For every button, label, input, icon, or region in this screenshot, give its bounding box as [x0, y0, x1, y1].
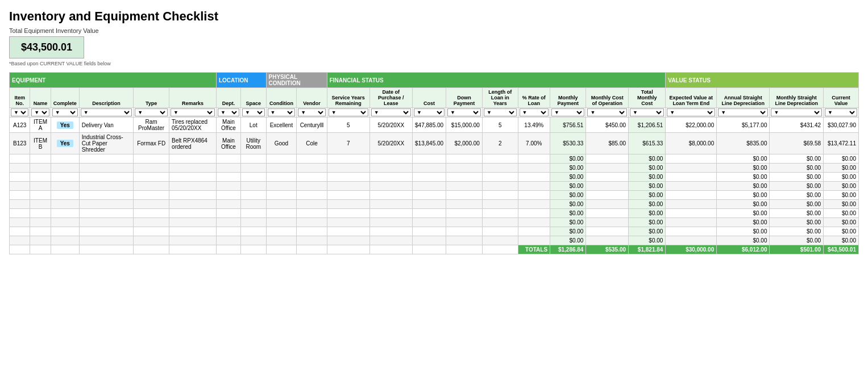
col-monthly-payment: Monthly Payment: [550, 88, 586, 108]
filter-total-monthly[interactable]: ▼: [630, 108, 664, 116]
col-expected-value: Expected Value at Loan Term End: [666, 88, 717, 108]
col-rate-loan: % Rate of Loan: [518, 88, 550, 108]
filter-remarks[interactable]: ▼: [171, 108, 215, 116]
filter-annual-straight[interactable]: ▼: [718, 108, 768, 116]
col-loan-length: Length of Loan in Years: [482, 88, 518, 108]
section-financial: FINANCIAL STATUS: [327, 73, 666, 88]
section-physical: PHYSICAL CONDITION: [266, 73, 327, 88]
filter-monthly-cost-op[interactable]: ▼: [587, 108, 627, 116]
col-item-no: Item No.: [10, 88, 30, 108]
filter-monthly-straight[interactable]: ▼: [771, 108, 822, 116]
filter-expected-value[interactable]: ▼: [667, 108, 715, 116]
col-monthly-straight: Monthly Straight Line Depreciation: [770, 88, 824, 108]
col-condition: Condition: [266, 88, 297, 108]
col-annual-straight: Annual Straight Line Depreciation: [717, 88, 770, 108]
section-value: VALUE STATUS: [666, 73, 859, 88]
col-date-purchase: Date of Purchase / Lease: [369, 88, 412, 108]
col-type: Type: [134, 88, 169, 108]
note: *Based upon CURRENT VALUE fields below: [9, 61, 859, 66]
table-row: $0.00$0.00$0.00$0.00$0.00: [10, 164, 859, 173]
filter-current-value[interactable]: ▼: [825, 108, 857, 116]
col-down-payment: Down Payment: [446, 88, 483, 108]
table-wrapper: EQUIPMENT LOCATION PHYSICAL CONDITION FI…: [9, 72, 859, 254]
filter-space[interactable]: ▼: [242, 108, 265, 116]
table-row: $0.00$0.00$0.00$0.00$0.00: [10, 182, 859, 191]
main-table: EQUIPMENT LOCATION PHYSICAL CONDITION FI…: [9, 72, 859, 254]
filter-row: ▼ ▼ ▼ ▼ ▼ ▼ ▼ ▼ ▼ ▼ ▼ ▼ ▼ ▼ ▼ ▼ ▼ ▼ ▼ ▼ …: [10, 108, 859, 118]
table-row: $0.00$0.00$0.00$0.00$0.00: [10, 227, 859, 236]
col-description: Description: [79, 88, 133, 108]
filter-rate-loan[interactable]: ▼: [520, 108, 549, 116]
table-row: $0.00$0.00$0.00$0.00$0.00: [10, 154, 859, 164]
subtitle: Total Equipment Inventory Value: [9, 27, 859, 34]
table-row: $0.00$0.00$0.00$0.00$0.00: [10, 236, 859, 245]
col-name: Name: [30, 88, 51, 108]
filter-loan-length[interactable]: ▼: [484, 108, 517, 116]
table-row: B123ITEM BYesIndustrial Cross-Cut Paper …: [10, 133, 859, 154]
col-remarks: Remarks: [169, 88, 217, 108]
col-monthly-cost-op: Monthly Cost of Operation: [586, 88, 629, 108]
totals-row: TOTALS$1,286.84$535.00$1,821.84$30,000.0…: [10, 245, 859, 254]
filter-date-purchase[interactable]: ▼: [371, 108, 411, 116]
col-space: Space: [240, 88, 266, 108]
col-current-value: Current Value: [824, 88, 859, 108]
col-vendor: Vendor: [297, 88, 327, 108]
filter-cost[interactable]: ▼: [414, 108, 445, 116]
table-row: $0.00$0.00$0.00$0.00$0.00: [10, 209, 859, 218]
filter-vendor[interactable]: ▼: [298, 108, 325, 116]
col-dept: Dept.: [216, 88, 240, 108]
table-row: $0.00$0.00$0.00$0.00$0.00: [10, 173, 859, 182]
filter-description[interactable]: ▼: [81, 108, 132, 116]
filter-monthly-payment[interactable]: ▼: [551, 108, 584, 116]
table-row: $0.00$0.00$0.00$0.00$0.00: [10, 191, 859, 200]
filter-dept[interactable]: ▼: [218, 108, 239, 116]
col-complete: Complete: [51, 88, 79, 108]
table-row: $0.00$0.00$0.00$0.00$0.00: [10, 200, 859, 209]
total-value: $43,500.01: [9, 36, 84, 58]
section-equipment: EQUIPMENT: [10, 73, 217, 88]
filter-type[interactable]: ▼: [135, 108, 168, 116]
filter-condition[interactable]: ▼: [268, 108, 296, 116]
filter-down-payment[interactable]: ▼: [447, 108, 481, 116]
col-service-years: Service Years Remaining: [327, 88, 369, 108]
col-total-monthly: Total Monthly Cost: [629, 88, 666, 108]
filter-name[interactable]: ▼: [31, 108, 49, 116]
filter-service-years[interactable]: ▼: [329, 108, 368, 116]
table-row: $0.00$0.00$0.00$0.00$0.00: [10, 218, 859, 227]
page-title: Inventory and Equipment Checklist: [9, 9, 859, 24]
section-location: LOCATION: [216, 73, 266, 88]
col-cost: Cost: [413, 88, 446, 108]
filter-item-no[interactable]: ▼: [11, 108, 28, 116]
table-row: A123ITEM AYesDelivery VanRam ProMasterTi…: [10, 118, 859, 133]
filter-complete[interactable]: ▼: [52, 108, 78, 116]
